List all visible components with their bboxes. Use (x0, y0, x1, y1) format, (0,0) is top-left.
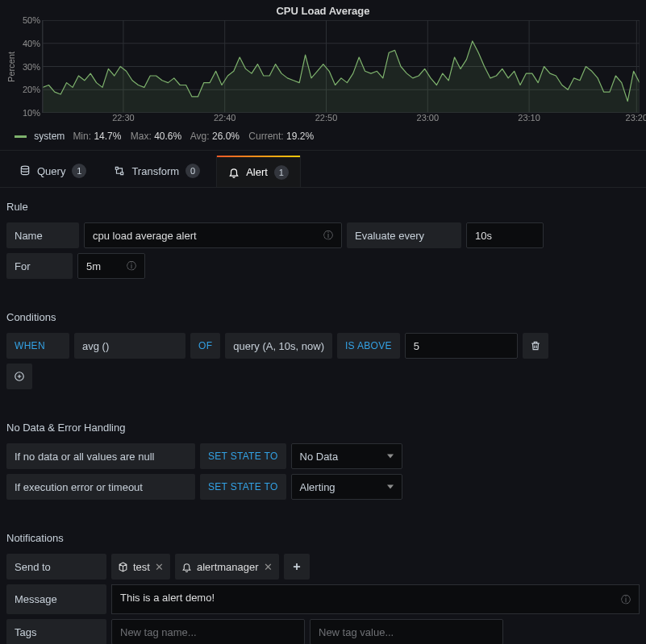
xtick: 22:30 (112, 113, 135, 123)
ytick: 40% (23, 39, 40, 48)
tab-label: Transform (131, 165, 179, 177)
tags-label: Tags (6, 619, 106, 644)
chip-label: alertmanager (197, 561, 259, 573)
tagname-input[interactable] (111, 619, 305, 644)
plus-icon (291, 561, 302, 572)
chart-title: CPU Load Average (6, 5, 640, 17)
rule-name-input[interactable]: ⓘ (84, 222, 342, 248)
xtick: 22:40 (214, 113, 236, 123)
sendto-label: Send to (6, 554, 106, 580)
info-icon[interactable]: ⓘ (323, 229, 333, 243)
aggregation-select[interactable]: avg () (74, 333, 185, 359)
evaluate-every-field[interactable] (475, 230, 535, 242)
tagvalue-field[interactable] (319, 626, 494, 638)
add-notification-button[interactable] (284, 554, 310, 580)
for-field[interactable] (86, 260, 119, 272)
tab-alert[interactable]: Alert 1 (216, 156, 301, 187)
bell-icon (181, 562, 192, 572)
y-axis-ticks: 50% 40% 30% 20% 10% (19, 20, 42, 113)
info-icon[interactable]: ⓘ (127, 260, 136, 273)
database-icon (19, 165, 31, 177)
tab-query[interactable]: Query 1 (8, 156, 98, 187)
legend-stat-val: 14.7% (94, 131, 121, 142)
y-axis-label: Percent (6, 52, 16, 82)
notification-chip-test[interactable]: test ✕ (111, 554, 170, 580)
legend-stat-val: 40.6% (154, 131, 181, 142)
xtick: 23:20 (626, 113, 646, 123)
cube-icon (118, 562, 128, 572)
section-notifications-head: Notifications (6, 532, 640, 544)
chart-panel: CPU Load Average Percent 50% 40% 30% 20%… (0, 0, 646, 151)
of-keyword[interactable]: OF (190, 333, 220, 359)
chart-legend: system Min: 14.7% Max: 40.6% Avg: 26.0% … (15, 131, 640, 142)
nodata-error-label: If execution error or timeout (6, 474, 195, 500)
tab-count-badge: 1 (72, 164, 86, 178)
rule-name-label: Name (6, 222, 79, 248)
chip-label: test (133, 561, 150, 573)
x-axis-ticks: 22:3022:4022:5023:0023:1023:20 (43, 113, 640, 126)
message-label: Message (6, 584, 106, 614)
for-label: For (6, 253, 73, 279)
legend-stat-label: Max: (131, 131, 152, 142)
alert-form: Rule Name ⓘ Evaluate every For ⓘ Conditi… (0, 188, 646, 644)
trash-icon (530, 340, 541, 351)
legend-stat-val: 26.0% (212, 131, 240, 142)
legend-stat-label: Min: (73, 131, 91, 142)
tab-count-badge: 1 (274, 165, 289, 180)
transform-icon (114, 165, 125, 177)
ytick: 30% (23, 62, 40, 72)
xtick: 23:10 (518, 113, 540, 123)
evaluate-every-input[interactable] (466, 222, 544, 248)
legend-series-name: system (34, 131, 65, 142)
xtick: 22:50 (315, 113, 338, 123)
tagvalue-input[interactable] (310, 619, 503, 644)
legend-stat-val: 19.2% (286, 131, 314, 142)
ytick: 20% (23, 85, 40, 94)
nodata-error-select[interactable]: Alerting (291, 474, 402, 500)
plus-circle-icon (14, 371, 25, 382)
tab-label: Alert (246, 166, 268, 178)
operator-select[interactable]: IS ABOVE (337, 333, 400, 359)
legend-swatch (15, 135, 27, 138)
message-input[interactable]: This is a alert demo! ⓘ (111, 584, 640, 614)
add-condition-button[interactable] (6, 364, 32, 389)
tab-count-badge: 0 (185, 164, 200, 178)
close-icon[interactable]: ✕ (264, 561, 273, 573)
ytick: 10% (23, 108, 40, 118)
legend-stat-label: Avg: (190, 131, 210, 142)
notification-chip-alertmanager[interactable]: alertmanager ✕ (175, 554, 279, 580)
rule-name-field[interactable] (93, 230, 323, 242)
set-state-to-label: SET STATE TO (200, 474, 286, 500)
remove-condition-button[interactable] (523, 333, 548, 359)
for-input[interactable]: ⓘ (77, 253, 145, 279)
set-state-to-label: SET STATE TO (200, 443, 286, 469)
legend-stat-label: Current: (248, 131, 283, 142)
section-nodata-head: No Data & Error Handling (6, 422, 640, 434)
threshold-field[interactable] (414, 340, 509, 352)
svg-point-12 (21, 166, 28, 169)
chart-plot-area: Percent 50% 40% 30% 20% 10% (6, 20, 640, 113)
tagname-field[interactable] (120, 626, 296, 638)
bell-icon (228, 167, 240, 178)
section-rule-head: Rule (6, 201, 640, 213)
section-conditions-head: Conditions (6, 311, 640, 323)
editor-tabs: Query 1 Transform 0 Alert 1 (0, 156, 646, 188)
info-icon[interactable]: ⓘ (621, 593, 631, 607)
close-icon[interactable]: ✕ (155, 561, 164, 573)
plot-region[interactable] (42, 20, 640, 113)
threshold-input[interactable] (405, 333, 518, 359)
xtick: 23:00 (417, 113, 440, 123)
tab-transform[interactable]: Transform 0 (102, 156, 211, 187)
nodata-null-label: If no data or all values are null (6, 443, 195, 469)
nodata-null-select[interactable]: No Data (291, 443, 402, 469)
tab-label: Query (37, 165, 65, 177)
ytick: 50% (23, 15, 40, 25)
query-select[interactable]: query (A, 10s, now) (225, 333, 332, 359)
message-text: This is a alert demo! (120, 592, 621, 604)
plot-svg (43, 20, 640, 113)
evaluate-every-label: Evaluate every (347, 222, 461, 248)
when-keyword[interactable]: WHEN (6, 333, 69, 359)
